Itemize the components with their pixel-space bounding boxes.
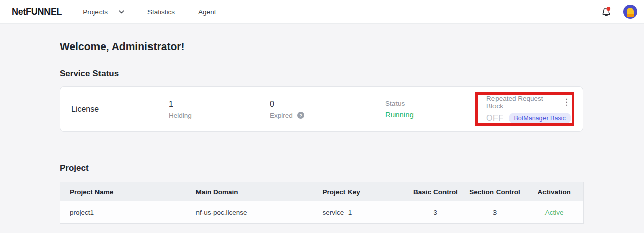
repeated-request-block-group: Repeated Request Block ⋮ OFF BotManager …: [486, 95, 572, 124]
cell-main-domain: nf-us-poc.license: [186, 201, 313, 224]
col-main-domain: Main Domain: [186, 182, 313, 201]
nav-item-projects-label: Projects: [83, 8, 108, 16]
top-navigation-bar: NetFUNNEL Projects Statistics Agent: [0, 0, 644, 24]
rrb-label: Repeated Request Block: [486, 95, 561, 110]
expired-label: Expired: [270, 112, 293, 119]
service-status-section-title: Service Status: [60, 69, 583, 79]
col-basic-control: Basic Control: [407, 182, 465, 201]
topbar-right: [601, 5, 637, 19]
col-section-control: Section Control: [465, 182, 525, 201]
col-project-name: Project Name: [60, 182, 186, 201]
project-table-wrap: Project Name Main Domain Project Key Bas…: [60, 182, 583, 224]
project-table: Project Name Main Domain Project Key Bas…: [60, 182, 584, 224]
notification-dot: [607, 7, 611, 11]
table-row[interactable]: project1 nf-us-poc.license service_1 3 3…: [60, 201, 584, 224]
avatar-figure: [627, 8, 634, 17]
stat-expired: 0 Expired ?: [270, 100, 385, 119]
user-avatar[interactable]: [623, 5, 637, 19]
section-divider: [60, 147, 583, 147]
netfunnel-logo[interactable]: NetFUNNEL: [12, 7, 62, 17]
nav-item-agent[interactable]: Agent: [198, 8, 216, 16]
expired-label-row: Expired ?: [270, 112, 385, 119]
notification-bell-icon[interactable]: [601, 6, 611, 17]
rrb-header-row: Repeated Request Block ⋮: [486, 95, 572, 110]
page-title: Welcome, Administrator!: [60, 40, 583, 53]
project-section-title: Project: [60, 163, 583, 173]
col-project-key: Project Key: [313, 182, 407, 201]
cell-activation-status: Active: [525, 201, 584, 224]
cell-basic-control: 3: [407, 201, 465, 224]
nav-item-agent-label: Agent: [198, 8, 216, 16]
status-group: Status Running: [385, 100, 486, 119]
stat-helding: 1 Helding: [169, 100, 270, 119]
kebab-menu-icon[interactable]: ⋮: [561, 99, 572, 106]
cell-section-control: 3: [465, 201, 525, 224]
cell-project-key: service_1: [313, 201, 407, 224]
help-icon[interactable]: ?: [297, 112, 304, 119]
nav-item-projects[interactable]: Projects: [83, 8, 124, 16]
status-label: Status: [385, 100, 486, 107]
expired-value: 0: [270, 100, 385, 109]
project-table-head: Project Name Main Domain Project Key Bas…: [60, 182, 584, 201]
chevron-down-icon: [119, 10, 124, 14]
license-card: License 1 Helding 0 Expired ? Status Run…: [60, 86, 583, 132]
helding-label: Helding: [169, 112, 270, 119]
col-activation: Activation: [525, 182, 584, 201]
main-nav: Projects Statistics Agent: [83, 8, 216, 16]
helding-value: 1: [169, 100, 270, 109]
rrb-value-row: OFF BotManager Basic: [486, 113, 572, 124]
botmanager-badge[interactable]: BotManager Basic: [509, 113, 571, 124]
rrb-state: OFF: [486, 114, 504, 123]
license-card-title: License: [71, 105, 169, 114]
cell-project-name: project1: [60, 201, 186, 224]
nav-item-statistics[interactable]: Statistics: [147, 8, 175, 16]
nav-item-statistics-label: Statistics: [147, 8, 175, 16]
status-value: Running: [385, 110, 486, 119]
header-row: Project Name Main Domain Project Key Bas…: [60, 182, 584, 201]
project-table-body: project1 nf-us-poc.license service_1 3 3…: [60, 201, 584, 224]
main-content: Welcome, Administrator! Service Status L…: [0, 24, 583, 224]
